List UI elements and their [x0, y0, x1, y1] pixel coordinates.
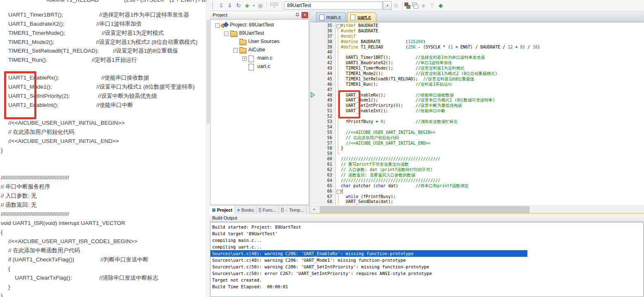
- code-line-48[interactable]: 48│ UART_EnableRx(); //使能串口接收数据: [310, 93, 644, 98]
- code-line-41[interactable]: 41│ UART1_Timer1BRT(); //选择定时器1作为串口波特率发生…: [310, 55, 644, 60]
- code-line-63[interactable]: 63// 函数返回: 需要返回入口参数的数据: [310, 173, 644, 178]
- tree-item-aicube[interactable]: -AiCube: [211, 46, 309, 54]
- code-line-68[interactable]: 68│ UART_SendData(dat);: [310, 199, 644, 205]
- code-line-35[interactable]: 35-#ifdef BAUDRATE: [310, 23, 644, 29]
- code-text: [341, 50, 644, 55]
- scroll-left-arrow-icon[interactable]: ◂: [310, 206, 317, 212]
- doc-line-code: {: [0, 229, 3, 235]
- doc-line-code: }: [0, 284, 10, 290]
- code-line-43[interactable]: 43│ TIMER1_TimerMode(); //设置定时器1为定时模式: [310, 66, 644, 71]
- build-line-6[interactable]: Sources\uart.c(49): warning C206: 'UART_…: [211, 257, 643, 263]
- tree-item-89uarttest[interactable]: -89UartTest: [211, 29, 309, 38]
- code-line-37[interactable]: 37│#endif: [310, 34, 644, 39]
- panel-tab-func[interactable]: {}Func...: [256, 205, 279, 214]
- templates-braces-icon: {}→: [281, 208, 288, 212]
- document-scrollbar-thumb[interactable]: [207, 20, 210, 123]
- panel-tab-temp[interactable]: {}→Temp...: [279, 205, 306, 214]
- line-number: 46: [310, 82, 336, 87]
- code-text: #ifdef BAUDRATE: [341, 23, 644, 29]
- build-line-4[interactable]: compiling uart.c...: [211, 244, 643, 250]
- fold-marker[interactable]: -: [336, 189, 341, 194]
- code-line-55[interactable]: 55│ //<<AICUBE_USER_UART_INITIAL_BEGIN>>: [310, 130, 644, 135]
- build-line-1[interactable]: Build started: Project: 89UartTest: [211, 224, 643, 230]
- hscrollbar-thumb[interactable]: [320, 206, 529, 213]
- code-line-38[interactable]: 38│#define BAUDRATE (115200): [310, 39, 644, 45]
- build-line-5[interactable]: Sources\uart.c(48): warning C206: 'UART_…: [211, 250, 527, 257]
- doc-line: {: [0, 265, 10, 273]
- multi-project-workspace-icon[interactable]: [412, 2, 419, 9]
- code-line-45[interactable]: 45│ TIMER1_SetReload8(T1_RELOAD); //设置定时…: [310, 77, 644, 82]
- build-line-9[interactable]: Target not created.: [211, 277, 643, 283]
- toolbar-grip: [212, 2, 215, 9]
- panel-tab-books[interactable]: ◈Books: [235, 205, 256, 214]
- code-line-59[interactable]: 59└: [310, 151, 644, 157]
- tree-item-project-89uarttest[interactable]: -Project: 89UartTest: [211, 21, 309, 29]
- code-line-47[interactable]: 47│: [310, 87, 644, 93]
- code-line-65[interactable]: 65char putchar (char dat) //将串口和printf函数…: [310, 184, 644, 189]
- target-select-caret[interactable]: ▾: [383, 1, 392, 10]
- code-line-66[interactable]: 66-{: [310, 189, 644, 194]
- doc-line: if (UART1_CheckTxFlag())//判断串口发送中断: [0, 256, 74, 264]
- fold-marker[interactable]: -: [336, 23, 341, 29]
- translate-file-icon[interactable]: ⇩: [217, 1, 225, 10]
- code-line-53[interactable]: 53│ fPrintfBusy = 0; //清除发送数据忙标志: [310, 119, 644, 125]
- pin-icon[interactable]: [294, 12, 300, 18]
- doc-line-code: UART1_Timer1BRT();: [0, 12, 63, 18]
- code-line-42[interactable]: 42│ UART1_BaudrateX2(); //串口1波特率加倍: [310, 60, 644, 66]
- manage-project-items-icon[interactable]: [404, 2, 412, 9]
- code-line-58[interactable]: 58│}: [310, 146, 644, 151]
- doc-line-comment: //串口1波特率加倍: [96, 20, 142, 28]
- code-line-50[interactable]: 50│ UART_SetIntPriority(0); //设置中断为最低优先级: [310, 103, 644, 109]
- code-line-51[interactable]: 51│ UART_EnableInt(); //使能串口中断: [310, 109, 644, 114]
- close-icon[interactable]: ✕: [302, 12, 308, 18]
- code-line-39[interactable]: 39│#define T1_RELOAD (256 - (SYSCLK * (1…: [310, 45, 644, 50]
- code-line-67[interactable]: 67│ while (fPrintfBusy);: [310, 194, 644, 200]
- build-line-8[interactable]: Sources\uart.c(50): error C267: 'UART_Se…: [211, 270, 643, 277]
- options-for-target-icon[interactable]: ☆: [392, 1, 400, 10]
- code-line-49[interactable]: 49│ UART_Mode1(); //设置串口为模式1 (8位数据可变波特率): [310, 98, 644, 103]
- left-document-pane: #define T1_RELOAD(256 - (SYSCLK * (1 + E…: [0, 0, 206, 297]
- code-text: // 在此添加用户初始化代码: [341, 135, 644, 141]
- build-output-content[interactable]: Build started: Project: 89UartTestBuild …: [210, 222, 644, 297]
- project-panel-titlebar: Project ✕: [210, 11, 309, 19]
- build-line-7[interactable]: Sources\uart.c(50): warning C206: 'UART_…: [211, 263, 643, 270]
- project-panel: Project ✕ -Project: 89UartTest-89UartTes…: [210, 11, 310, 214]
- batch-build-caret[interactable]: ▾: [251, 1, 256, 10]
- hscrollbar-track[interactable]: [317, 206, 644, 213]
- code-line-40[interactable]: 40│: [310, 50, 644, 55]
- tree-item-user-sources[interactable]: User Sources: [211, 38, 309, 46]
- code-line-44[interactable]: 44│ TIMER1_Mode2(); //设置定时器1为模式2 (8位自动重载…: [310, 71, 644, 77]
- batch-build-icon[interactable]: ◈: [243, 1, 251, 10]
- line-number: 63: [310, 173, 336, 178]
- build-icon[interactable]: ⇓: [225, 1, 234, 10]
- editor-tab-label: main.c: [326, 14, 341, 20]
- doc-line: //<<AICUBE_USER_UART_INITIAL_END>>: [0, 137, 119, 145]
- editor-tab-uart.c[interactable]: uart.c: [347, 12, 376, 22]
- code-line-36[interactable]: 36│#undef BAUDRATE: [310, 29, 644, 34]
- editor-tab-main.c[interactable]: main.c: [316, 12, 346, 22]
- collapse-icon[interactable]: -: [215, 23, 220, 28]
- rebuild-all-icon[interactable]: ↻: [234, 1, 243, 10]
- tree-item-main.c[interactable]: +main.c: [211, 54, 309, 63]
- code-line-52[interactable]: 52│: [310, 114, 644, 119]
- build-line-2[interactable]: Build target '89UartTest': [211, 230, 643, 237]
- collapse-icon[interactable]: -: [233, 48, 238, 53]
- target-select[interactable]: 89UartTest: [284, 2, 383, 10]
- code-line-54[interactable]: 54│: [310, 125, 644, 130]
- panel-tab-project[interactable]: ▦Project: [210, 205, 235, 214]
- code-line-57[interactable]: 57│ //<<AICUBE_USER_UART_INITIAL_END>>: [310, 141, 644, 146]
- build-line-10[interactable]: Build Time Elapsed: 00:00:01: [211, 283, 643, 290]
- collapse-icon[interactable]: -: [224, 31, 229, 36]
- code-area[interactable]: 35-#ifdef BAUDRATE36│#undef BAUDRATE37│#…: [310, 22, 644, 206]
- pack-installer-icon[interactable]: ◆: [436, 1, 445, 10]
- code-line-56[interactable]: 56│ // 在此添加用户初始化代码: [310, 135, 644, 141]
- code-line-46[interactable]: 46│ TIMER1_Run(); //定时器1开始运行: [310, 82, 644, 87]
- expand-icon[interactable]: +: [242, 56, 247, 61]
- code-line-64[interactable]: 64//////////////////////////////////////…: [310, 178, 644, 184]
- code-line-62[interactable]: 62// 入口参数: dat (printf函数待打印的字符): [310, 167, 644, 173]
- editor-hscrollbar[interactable]: ◂: [310, 205, 644, 213]
- code-line-61[interactable]: 61// 重写printf字符发送重定向函数: [310, 162, 644, 167]
- code-line-60[interactable]: 60//////////////////////////////////////…: [310, 157, 644, 162]
- build-line-3[interactable]: compiling main.c...: [211, 237, 643, 244]
- tree-item-uart.c[interactable]: uart.c: [211, 63, 309, 71]
